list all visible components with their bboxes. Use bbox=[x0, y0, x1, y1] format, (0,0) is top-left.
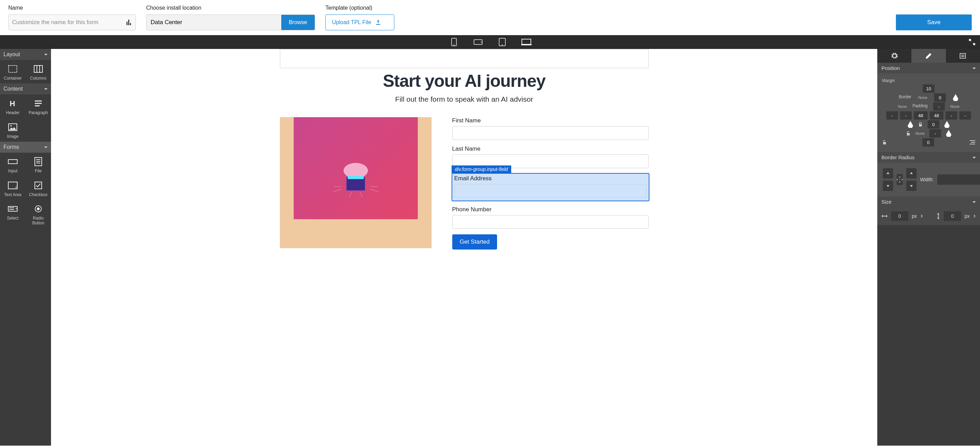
tab-edit[interactable] bbox=[912, 49, 945, 63]
tab-settings[interactable] bbox=[877, 49, 912, 63]
selection-tag: div.form-group.input-field bbox=[452, 165, 512, 173]
tool-input[interactable]: Input bbox=[0, 153, 25, 176]
device-phone-icon[interactable] bbox=[449, 38, 459, 46]
field-first-name[interactable]: First Name bbox=[452, 117, 649, 140]
radius-tl-up[interactable] bbox=[883, 168, 893, 178]
device-phone-landscape-icon[interactable] bbox=[473, 38, 483, 46]
height-arrows-icon bbox=[936, 213, 940, 219]
section-content[interactable]: Content bbox=[0, 83, 51, 94]
radius-bl-down[interactable] bbox=[883, 181, 893, 191]
container-icon bbox=[8, 64, 18, 74]
lock-icon[interactable] bbox=[918, 122, 923, 127]
radius-br-down[interactable] bbox=[906, 181, 916, 191]
tool-container[interactable]: Container bbox=[0, 60, 25, 83]
label-email: Email Address bbox=[454, 175, 647, 182]
install-input[interactable] bbox=[146, 15, 281, 30]
tool-file[interactable]: File bbox=[25, 153, 51, 176]
panel-border-radius[interactable]: Border Radius bbox=[877, 152, 980, 163]
margin-right-input[interactable]: - bbox=[959, 111, 971, 119]
browse-button[interactable]: Browse bbox=[281, 15, 315, 30]
device-toolbar bbox=[0, 35, 980, 49]
padding-right-input[interactable]: 48 bbox=[930, 111, 943, 119]
empty-container[interactable] bbox=[280, 49, 649, 68]
padding-top-input[interactable]: - bbox=[933, 102, 945, 111]
chevron-down-icon bbox=[44, 51, 48, 57]
chevron-down-icon bbox=[44, 144, 48, 150]
section-forms[interactable]: Forms bbox=[0, 142, 51, 153]
tool-checkbox[interactable]: Checkbox bbox=[25, 177, 51, 200]
svg-point-32 bbox=[344, 163, 368, 178]
device-desktop-icon[interactable] bbox=[521, 38, 531, 46]
tool-radio[interactable]: Radio Button bbox=[25, 200, 51, 229]
radius-tr-up[interactable] bbox=[906, 168, 916, 178]
tab-list[interactable] bbox=[946, 49, 980, 63]
svg-rect-6 bbox=[522, 39, 530, 45]
upload-tpl-button[interactable]: Upload TPL File bbox=[325, 14, 395, 30]
input-email[interactable] bbox=[454, 184, 647, 198]
name-label: Name bbox=[8, 5, 136, 11]
page-subtitle[interactable]: Fill out the form to speak with an AI ad… bbox=[280, 95, 649, 103]
border-left-input[interactable]: - bbox=[900, 111, 912, 119]
field-email-selected[interactable]: div.form-group.input-field Email Address bbox=[452, 174, 649, 200]
input-icon bbox=[8, 157, 18, 167]
bars-icon[interactable] bbox=[127, 20, 132, 25]
size-height-unit[interactable]: px bbox=[964, 213, 970, 219]
device-tablet-icon[interactable] bbox=[497, 38, 508, 46]
move-icon[interactable] bbox=[897, 174, 903, 185]
input-first-name[interactable] bbox=[452, 126, 649, 140]
canvas-area[interactable]: Start your AI journey Fill out the form … bbox=[51, 49, 877, 445]
page-title[interactable]: Start your AI journey bbox=[280, 71, 649, 91]
label-last-name: Last Name bbox=[452, 145, 649, 152]
svg-line-38 bbox=[370, 189, 378, 192]
margin-top-input[interactable]: 10 bbox=[923, 84, 934, 93]
border-top-input[interactable]: 0 bbox=[934, 94, 946, 102]
padding-left-input[interactable]: 48 bbox=[914, 111, 928, 119]
align-icon[interactable] bbox=[970, 140, 975, 145]
unlock-icon[interactable] bbox=[882, 140, 887, 145]
svg-point-17 bbox=[10, 125, 12, 126]
tool-select[interactable]: Select bbox=[0, 200, 25, 229]
input-phone[interactable] bbox=[452, 215, 649, 229]
properties-tabs bbox=[877, 49, 980, 63]
width-label: Width: bbox=[920, 177, 934, 182]
svg-point-5 bbox=[501, 45, 503, 46]
tool-columns[interactable]: Columns bbox=[25, 60, 51, 83]
unlock-icon[interactable] bbox=[906, 131, 911, 136]
border-right-input[interactable]: - bbox=[945, 111, 957, 119]
save-button[interactable]: Save bbox=[896, 14, 972, 30]
tint-icon[interactable] bbox=[946, 130, 951, 137]
size-height-value[interactable]: 0 bbox=[944, 211, 961, 221]
tool-header[interactable]: HHeader bbox=[0, 94, 25, 118]
padding-label: Padding bbox=[912, 103, 928, 108]
size-width-value[interactable]: 0 bbox=[891, 211, 908, 221]
margin-left-input[interactable]: - bbox=[886, 111, 898, 119]
stepper-icon[interactable] bbox=[973, 215, 976, 218]
chevron-down-icon bbox=[972, 65, 976, 71]
field-phone[interactable]: Phone Number bbox=[452, 206, 649, 229]
name-input[interactable] bbox=[12, 19, 127, 26]
width-input[interactable] bbox=[937, 174, 980, 185]
stepper-icon[interactable] bbox=[920, 215, 923, 218]
border-bottom-input[interactable]: 0 bbox=[923, 138, 934, 146]
panel-position[interactable]: Position bbox=[877, 63, 980, 73]
tint-icon[interactable] bbox=[908, 121, 913, 128]
field-last-name[interactable]: Last Name bbox=[452, 145, 649, 168]
tool-textarea[interactable]: Text Area bbox=[0, 177, 25, 200]
size-width-unit[interactable]: px bbox=[912, 213, 917, 219]
chevron-down-icon bbox=[44, 86, 48, 92]
svg-line-39 bbox=[349, 192, 352, 197]
fullscreen-icon[interactable] bbox=[969, 39, 975, 45]
section-layout[interactable]: Layout bbox=[0, 49, 51, 60]
svg-rect-27 bbox=[8, 207, 17, 211]
submit-button[interactable]: Get Started bbox=[452, 234, 497, 250]
center-value[interactable]: 0 bbox=[928, 120, 939, 129]
tint-icon[interactable] bbox=[953, 94, 958, 101]
panel-size[interactable]: Size bbox=[877, 196, 980, 207]
tool-paragraph[interactable]: Paragraph bbox=[25, 94, 51, 118]
hero-image[interactable] bbox=[280, 117, 431, 248]
tint-icon[interactable] bbox=[944, 121, 950, 128]
textarea-icon bbox=[8, 181, 18, 190]
padding-bottom-input[interactable]: - bbox=[929, 129, 941, 137]
svg-rect-23 bbox=[8, 182, 17, 189]
tool-image[interactable]: Image bbox=[0, 118, 25, 142]
